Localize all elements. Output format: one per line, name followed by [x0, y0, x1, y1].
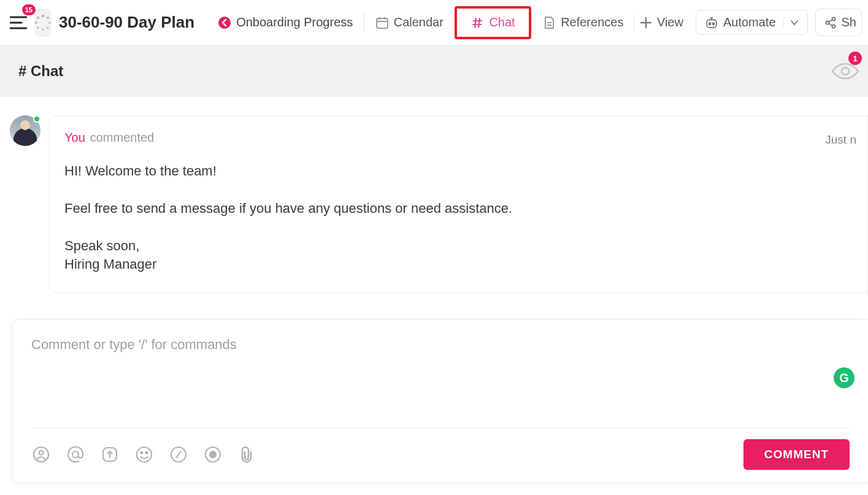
svg-point-11 [709, 23, 710, 25]
message-timestamp: Just n [825, 133, 856, 147]
svg-point-18 [39, 451, 44, 455]
attachment-icon[interactable] [237, 445, 257, 464]
avatar[interactable] [10, 115, 40, 146]
viewers-indicator[interactable]: 1 [831, 61, 859, 81]
svg-point-16 [842, 67, 849, 75]
svg-point-4 [42, 28, 44, 30]
tab-label: Onboarding Progress [236, 15, 353, 29]
menu-button-wrap: 15 [6, 10, 31, 35]
automate-label: Automate [723, 15, 776, 29]
svg-point-22 [141, 452, 143, 454]
svg-point-3 [47, 26, 48, 28]
toolbar-right: View Automate Sh [635, 9, 862, 36]
tab-label: Chat [489, 15, 515, 29]
chevron-left-circle-icon [218, 16, 231, 29]
share-button[interactable]: Sh [815, 9, 862, 36]
top-toolbar: 15 30-60-90 Day Plan Onboarding Progress… [0, 0, 868, 45]
menu-badge: 15 [22, 4, 36, 15]
svg-point-8 [218, 17, 231, 29]
composer-toolbar: COMMENT [31, 439, 850, 470]
loading-icon[interactable] [34, 9, 52, 37]
svg-point-23 [146, 452, 148, 454]
comment-composer: G COMMENT [12, 319, 868, 483]
slash-command-icon[interactable] [169, 445, 188, 464]
svg-point-12 [712, 23, 714, 25]
hash-icon [470, 16, 484, 29]
tab-chat-highlight: Chat [455, 6, 531, 39]
svg-point-0 [42, 14, 44, 17]
message-body: HI! Welcome to the team! Feel free to se… [64, 162, 853, 274]
comment-submit-button[interactable]: COMMENT [743, 439, 850, 470]
svg-point-1 [47, 17, 49, 19]
svg-point-26 [210, 451, 216, 458]
assign-icon[interactable] [31, 445, 51, 464]
message-card: You commented Just n HI! Welcome to the … [49, 115, 868, 293]
share-icon [824, 17, 837, 29]
subheader-title: # Chat [18, 63, 63, 80]
share-label: Sh [842, 15, 856, 29]
message-line: Feel free to send a message if you have … [64, 199, 853, 218]
tab-onboarding-progress[interactable]: Onboarding Progress [207, 9, 364, 37]
tab-chat[interactable]: Chat [457, 9, 528, 37]
chevron-down-icon [790, 18, 799, 27]
grammarly-icon[interactable]: G [834, 367, 855, 388]
mention-icon[interactable] [66, 445, 85, 464]
record-icon[interactable] [203, 445, 223, 464]
robot-icon [705, 16, 718, 29]
message-header: You commented [64, 131, 853, 145]
message-author: You [64, 131, 85, 145]
add-view-button[interactable]: View [635, 10, 688, 34]
message-line: HI! Welcome to the team! [64, 162, 853, 181]
upload-icon[interactable] [100, 445, 120, 464]
svg-point-2 [48, 21, 51, 24]
menu-icon [10, 16, 27, 29]
tab-references[interactable]: References [531, 9, 634, 37]
plus-icon [640, 17, 652, 29]
spinner-icon [34, 14, 52, 31]
tab-label: Calendar [394, 15, 444, 29]
automate-button[interactable]: Automate [696, 10, 808, 35]
svg-point-21 [137, 447, 152, 462]
svg-point-6 [35, 21, 37, 24]
svg-point-19 [72, 451, 79, 458]
message-line: Speak soon,Hiring Manager [64, 237, 853, 275]
svg-point-7 [37, 17, 39, 19]
viewers-count-badge: 1 [848, 52, 862, 65]
svg-rect-10 [707, 20, 716, 28]
view-label: View [657, 15, 683, 29]
composer-divider [31, 428, 850, 428]
tab-label: References [561, 15, 623, 29]
svg-rect-9 [377, 18, 388, 28]
page-title: 30-60-90 Day Plan [59, 13, 194, 32]
sub-header: # Chat 1 [0, 45, 868, 97]
document-icon [542, 16, 556, 29]
presence-indicator [33, 115, 40, 123]
automate-dropdown[interactable] [783, 18, 805, 27]
message-action: commented [90, 131, 155, 145]
tab-calendar[interactable]: Calendar [364, 9, 455, 37]
message-list: You commented Just n HI! Welcome to the … [0, 97, 868, 293]
calendar-icon [375, 16, 389, 29]
comment-input[interactable] [31, 337, 850, 416]
svg-point-5 [37, 26, 39, 28]
emoji-icon[interactable] [134, 445, 154, 464]
